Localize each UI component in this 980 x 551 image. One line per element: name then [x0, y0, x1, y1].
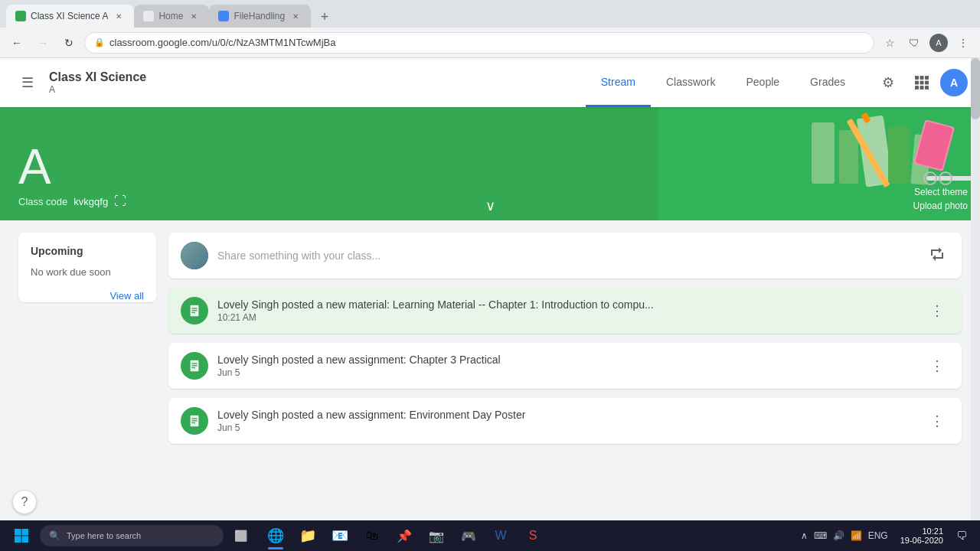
url-text: classroom.google.com/u/0/c/NzA3MTM1NTcwM… [109, 37, 864, 48]
post-card-3[interactable]: Lovely Singh posted a new assignment: En… [168, 398, 962, 444]
user-avatar[interactable]: A [940, 69, 968, 96]
date-display: 19-06-2020 [900, 536, 943, 545]
view-all-button[interactable]: View all [109, 290, 144, 302]
post-author-2: Lovely Singh [217, 354, 279, 366]
tab-classroom-close[interactable]: ✕ [113, 10, 125, 22]
slides-icon: S [529, 529, 537, 543]
forward-button[interactable]: → [32, 32, 54, 54]
taskbar-right: ∧ ⌨ 🔊 📶 ENG 10:21 19-06-2020 🗨 [801, 522, 974, 549]
taskbar-app-sticky[interactable]: 📌 [389, 520, 420, 551]
class-section: A [49, 84, 146, 95]
taskbar-app-edge[interactable]: 🌐 [260, 520, 291, 551]
tab-classroom[interactable]: Class XI Science A ✕ [6, 5, 134, 28]
lang-indicator[interactable]: ENG [868, 530, 888, 541]
scrollbar-track[interactable] [971, 107, 980, 520]
banner-chevron[interactable]: ∨ [485, 197, 495, 214]
task-view-icon: ⬜ [234, 530, 247, 542]
classroom-favicon [15, 11, 26, 21]
tab-home-close[interactable]: ✕ [188, 10, 200, 22]
post-more-button-2[interactable]: ⋮ [925, 354, 949, 378]
reload-button[interactable]: ↻ [58, 32, 80, 54]
start-button[interactable] [6, 522, 37, 549]
nav-people[interactable]: People [730, 58, 795, 107]
svg-rect-31 [191, 418, 197, 419]
up-arrow-icon[interactable]: ∧ [801, 530, 808, 541]
new-tab-button[interactable]: + [314, 6, 335, 28]
mail-icon: 📧 [332, 527, 348, 544]
post-more-button-1[interactable]: ⋮ [925, 298, 949, 323]
tab-home[interactable]: Home ✕ [134, 5, 209, 28]
svg-rect-13 [888, 126, 910, 184]
google-apps-button[interactable] [906, 67, 937, 98]
post-time-2: Jun 5 [217, 367, 916, 378]
svg-rect-32 [191, 420, 197, 421]
help-icon: ? [21, 495, 28, 509]
select-theme-button[interactable]: Select theme [914, 187, 968, 197]
svg-rect-28 [191, 365, 197, 366]
svg-rect-35 [22, 529, 29, 536]
tab-filehandling[interactable]: FileHandling ✕ [209, 5, 311, 28]
class-title-area: Class XI Science A [49, 70, 146, 95]
lock-icon: 🔒 [94, 37, 105, 47]
notification-button[interactable]: 🗨 [949, 522, 974, 549]
expand-icon[interactable]: ⛶ [114, 194, 126, 208]
taskbar-app-word[interactable]: W [485, 520, 516, 551]
taskbar-app-4[interactable]: 🎮 [453, 520, 484, 551]
taskbar-search[interactable]: 🔍 Type here to search [40, 525, 224, 546]
menu-button[interactable]: ☰ [12, 67, 43, 98]
address-bar[interactable]: 🔒 classroom.google.com/u/0/c/NzA3MTM1NTc… [84, 32, 874, 54]
scrollbar-thumb[interactable] [971, 107, 980, 119]
taskbar-app-explorer[interactable]: 📁 [292, 520, 323, 551]
svg-rect-33 [191, 422, 195, 423]
post-card-1[interactable]: Lovely Singh posted a new material: Lear… [168, 288, 962, 334]
extension-button[interactable]: 🛡 [903, 32, 925, 54]
nav-grades[interactable]: Grades [795, 58, 861, 107]
post-card-2[interactable]: Lovely Singh posted a new assignment: Ch… [168, 343, 962, 389]
share-input[interactable]: Share something with your class... [217, 249, 916, 262]
settings-button[interactable]: ⚙ [873, 67, 903, 98]
post-time-1: 10:21 AM [217, 312, 916, 323]
nav-classwork[interactable]: Classwork [651, 58, 731, 107]
stream-layout: Upcoming No work due soon View all Share… [0, 220, 980, 551]
svg-rect-8 [925, 86, 929, 90]
profile-button[interactable]: A [928, 32, 949, 54]
assignment-icon-2 [188, 359, 201, 373]
tab-filehandling-close[interactable]: ✕ [289, 10, 302, 22]
more-options-button[interactable]: ⋮ [952, 32, 974, 54]
help-button[interactable]: ? [12, 490, 37, 514]
class-code-value: kvkgqfg [74, 196, 108, 207]
content-area: A Class code kvkgqfg ⛶ Select theme Uplo… [0, 107, 980, 551]
settings-icon: ⚙ [882, 74, 894, 91]
no-work-text: No work due soon [31, 266, 144, 278]
app-header: ☰ Class XI Science A Stream Classwork Pe… [0, 58, 980, 107]
avatar-initial: A [950, 77, 958, 89]
taskbar-app-3[interactable]: 📷 [421, 520, 452, 551]
class-name: Class XI Science [49, 70, 146, 84]
browser-toolbar: ← → ↻ 🔒 classroom.google.com/u/0/c/NzA3M… [0, 28, 980, 58]
task-view-button[interactable]: ⬜ [227, 520, 254, 551]
post-more-button-3[interactable]: ⋮ [925, 409, 949, 433]
svg-rect-3 [915, 81, 919, 85]
network-icon[interactable]: 📶 [851, 530, 862, 541]
bookmark-button[interactable]: ☆ [879, 32, 900, 54]
svg-rect-6 [915, 86, 919, 90]
post-author-1: Lovely Singh [217, 298, 279, 311]
post-title-1: Lovely Singh posted a new material: Lear… [217, 298, 916, 311]
app: ☰ Class XI Science A Stream Classwork Pe… [0, 58, 980, 551]
volume-icon[interactable]: 🔊 [833, 530, 844, 541]
file-favicon [218, 11, 229, 21]
post-icon-1 [181, 297, 208, 324]
svg-rect-7 [920, 86, 924, 90]
taskbar-app-slides[interactable]: S [518, 520, 548, 551]
repost-icon-button[interactable] [925, 243, 949, 268]
back-button[interactable]: ← [6, 32, 28, 54]
svg-rect-29 [191, 367, 195, 368]
taskbar-app-mail[interactable]: 📧 [325, 520, 355, 551]
nav-stream[interactable]: Stream [586, 58, 651, 107]
upload-photo-button[interactable]: Upload photo [913, 201, 968, 211]
taskbar-app-store[interactable]: 🛍 [357, 520, 387, 551]
post-icon-3 [181, 407, 208, 435]
share-avatar [181, 242, 208, 269]
app3-icon: 📷 [429, 529, 444, 543]
header-nav: Stream Classwork People Grades [586, 58, 861, 107]
